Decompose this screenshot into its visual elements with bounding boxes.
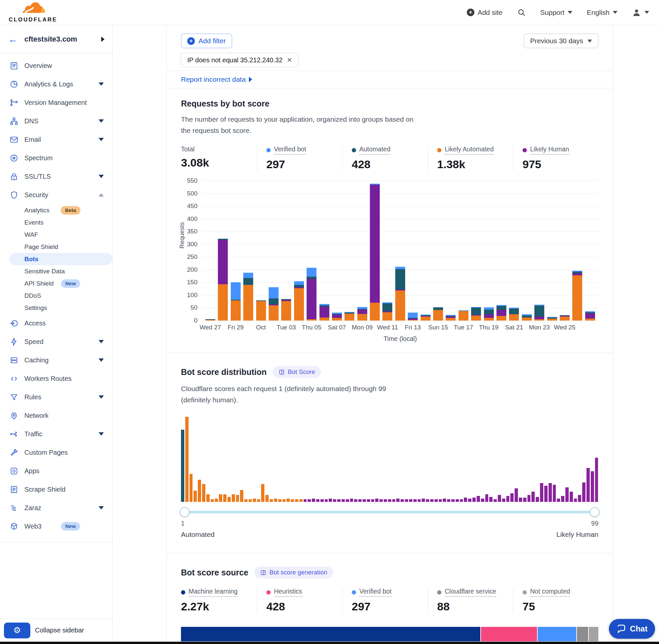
chart-bar[interactable] xyxy=(509,308,519,321)
chart-bar[interactable] xyxy=(446,315,455,321)
histogram-bar-score-8[interactable] xyxy=(211,499,214,502)
histogram-bar-score-29[interactable] xyxy=(299,499,303,502)
add-site-button[interactable]: + Add site xyxy=(467,8,503,17)
histogram-bar-score-80[interactable] xyxy=(515,488,518,502)
sidebar-item-caching[interactable]: Caching xyxy=(0,351,112,369)
collapse-sidebar-label[interactable]: Collapse sidebar xyxy=(35,626,84,634)
histogram-bar-score-27[interactable] xyxy=(291,499,294,502)
source-segment-verified-bot[interactable] xyxy=(538,627,577,641)
histogram-bar-score-19[interactable] xyxy=(257,499,260,502)
histogram-bar-score-45[interactable] xyxy=(367,499,370,502)
sidebar-item-network[interactable]: Network xyxy=(0,406,112,425)
histogram-bar-score-32[interactable] xyxy=(312,499,315,502)
histogram-bar-score-49[interactable] xyxy=(384,499,387,502)
histogram-bar-score-23[interactable] xyxy=(274,499,277,502)
histogram-bar-score-2[interactable] xyxy=(185,417,189,502)
chart-bar[interactable] xyxy=(458,310,468,321)
histogram-bar-score-43[interactable] xyxy=(358,499,362,502)
histogram-bar-score-92[interactable] xyxy=(565,487,569,502)
chart-bar[interactable] xyxy=(294,281,304,321)
histogram-bar-score-31[interactable] xyxy=(308,499,311,502)
histogram-bar-score-87[interactable] xyxy=(544,486,547,502)
chart-bar[interactable] xyxy=(345,312,354,321)
histogram-bar-score-63[interactable] xyxy=(443,499,446,502)
sidebar-item-zaraz[interactable]: Zaraz xyxy=(0,499,112,517)
chart-bar[interactable] xyxy=(547,317,557,321)
chart-bar[interactable] xyxy=(307,268,316,321)
chart-bar[interactable] xyxy=(370,184,380,321)
histogram-bar-score-47[interactable] xyxy=(375,499,378,502)
histogram-bar-score-82[interactable] xyxy=(523,498,526,502)
chart-bar[interactable] xyxy=(218,239,228,321)
source-segment-machine-learning[interactable] xyxy=(181,627,481,641)
histogram-bar-score-9[interactable] xyxy=(215,499,218,502)
histogram-bar-score-25[interactable] xyxy=(283,499,286,502)
histogram-bar-score-62[interactable] xyxy=(439,499,442,502)
histogram-bar-score-41[interactable] xyxy=(350,499,353,502)
sidebar-item-security[interactable]: Security xyxy=(0,186,112,204)
language-menu[interactable]: English xyxy=(587,8,617,17)
histogram-bar-score-85[interactable] xyxy=(536,497,539,502)
source-segment-cloudflare-service[interactable] xyxy=(577,627,588,641)
histogram-bar-score-81[interactable] xyxy=(519,498,522,502)
histogram-bar-score-94[interactable] xyxy=(574,499,577,502)
sidebar-item-traffic[interactable]: Traffic xyxy=(0,425,112,443)
close-icon[interactable]: ✕ xyxy=(287,56,292,64)
histogram-bar-score-99[interactable] xyxy=(595,458,598,502)
add-filter-button[interactable]: + Add filter xyxy=(181,33,232,48)
histogram-bar-score-60[interactable] xyxy=(430,499,433,502)
histogram-bar-score-83[interactable] xyxy=(527,495,531,502)
histogram-bar-score-73[interactable] xyxy=(485,494,489,502)
slider-track[interactable] xyxy=(181,511,598,513)
histogram-bar-score-88[interactable] xyxy=(548,483,552,502)
sidebar-item-email[interactable]: Email xyxy=(0,130,112,149)
sidebar-item-custom-pages[interactable]: Custom Pages xyxy=(0,443,112,462)
sidebar-item-settings[interactable]: Settings xyxy=(0,302,112,314)
histogram-bar-score-13[interactable] xyxy=(232,494,235,502)
histogram-bar-score-26[interactable] xyxy=(286,499,290,502)
histogram-bar-score-46[interactable] xyxy=(371,499,375,502)
support-menu[interactable]: Support xyxy=(540,8,573,17)
histogram-bar-score-42[interactable] xyxy=(354,499,357,502)
account-menu[interactable] xyxy=(632,8,649,17)
sidebar-item-api-shield[interactable]: API ShieldNew xyxy=(0,277,112,290)
histogram-bar-score-5[interactable] xyxy=(198,480,201,502)
chart-bar[interactable] xyxy=(269,287,279,321)
histogram-bar-score-79[interactable] xyxy=(510,493,514,502)
histogram-bar-score-67[interactable] xyxy=(460,499,463,502)
histogram-bar-score-70[interactable] xyxy=(472,498,476,502)
bot-score-badge[interactable]: Bot Score xyxy=(273,366,321,378)
chart-bar[interactable] xyxy=(534,305,544,321)
sidebar-item-ddos[interactable]: DDoS xyxy=(0,290,112,302)
chart-bar[interactable] xyxy=(585,311,595,321)
histogram-bar-score-1[interactable] xyxy=(181,430,184,502)
sidebar-item-overview[interactable]: Overview xyxy=(0,56,112,75)
histogram-bar-score-15[interactable] xyxy=(240,490,243,502)
histogram-bar-score-50[interactable] xyxy=(388,499,391,502)
sidebar-item-sensitive-data[interactable]: Sensitive Data xyxy=(0,265,112,277)
histogram-bar-score-71[interactable] xyxy=(477,496,480,502)
sidebar-item-events[interactable]: Events xyxy=(0,216,112,229)
sidebar-item-access[interactable]: Access xyxy=(0,314,112,332)
chart-bar[interactable] xyxy=(382,302,392,321)
chat-button[interactable]: Chat xyxy=(609,619,655,639)
source-segment-heuristics[interactable] xyxy=(481,627,538,641)
histogram-bar-score-95[interactable] xyxy=(578,495,581,502)
histogram-bar-score-16[interactable] xyxy=(244,499,248,502)
histogram-bar-score-38[interactable] xyxy=(337,499,340,502)
histogram-bar-score-54[interactable] xyxy=(405,499,408,502)
histogram-bar-score-69[interactable] xyxy=(468,499,471,502)
histogram-bar-score-10[interactable] xyxy=(219,494,222,502)
chart-bar[interactable] xyxy=(332,313,342,321)
histogram-bar-score-96[interactable] xyxy=(582,482,586,502)
chart-bar[interactable] xyxy=(320,304,329,321)
search-button[interactable] xyxy=(517,8,526,17)
report-incorrect-data-link[interactable]: Report incorrect data xyxy=(181,75,252,84)
sidebar-item-scrape-shield[interactable]: Scrape Shield xyxy=(0,480,112,499)
date-range-dropdown[interactable]: Previous 30 days xyxy=(524,33,598,48)
bot-score-generation-badge[interactable]: Bot score generation xyxy=(254,567,333,578)
histogram-bar-score-35[interactable] xyxy=(325,499,328,502)
histogram-bar-score-36[interactable] xyxy=(329,499,332,502)
histogram-bar-score-28[interactable] xyxy=(295,499,298,502)
histogram-bar-score-14[interactable] xyxy=(236,495,239,502)
